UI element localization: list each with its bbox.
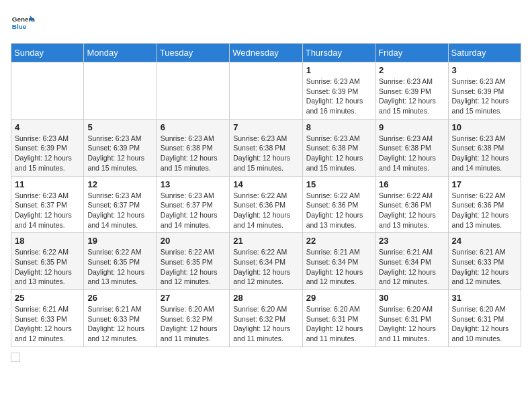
day-info: Sunrise: 6:21 AM Sunset: 6:33 PM Dayligh… (452, 247, 517, 287)
calendar-cell: 2Sunrise: 6:23 AM Sunset: 6:39 PM Daylig… (375, 62, 448, 120)
day-number: 26 (87, 293, 152, 303)
day-info: Sunrise: 6:22 AM Sunset: 6:36 PM Dayligh… (379, 191, 444, 230)
day-info: Sunrise: 6:21 AM Sunset: 6:34 PM Dayligh… (379, 247, 444, 287)
day-number: 15 (306, 179, 371, 189)
calendar-cell: 3Sunrise: 6:23 AM Sunset: 6:39 PM Daylig… (448, 62, 521, 120)
day-number: 9 (379, 122, 444, 132)
day-number: 28 (233, 293, 298, 303)
day-number: 3 (452, 65, 517, 75)
day-number: 10 (452, 122, 517, 132)
calendar-cell: 9Sunrise: 6:23 AM Sunset: 6:38 PM Daylig… (375, 119, 448, 176)
calendar-week-4: 18Sunrise: 6:22 AM Sunset: 6:35 PM Dayli… (11, 233, 521, 290)
calendar-cell: 22Sunrise: 6:21 AM Sunset: 6:34 PM Dayli… (302, 233, 375, 290)
day-number: 8 (306, 122, 371, 132)
day-info: Sunrise: 6:21 AM Sunset: 6:34 PM Dayligh… (306, 247, 371, 287)
calendar-week-5: 25Sunrise: 6:21 AM Sunset: 6:33 PM Dayli… (11, 290, 521, 347)
calendar-cell: 15Sunrise: 6:22 AM Sunset: 6:36 PM Dayli… (302, 176, 375, 233)
calendar-cell: 31Sunrise: 6:20 AM Sunset: 6:31 PM Dayli… (448, 290, 521, 347)
svg-text:Blue: Blue (12, 23, 27, 30)
weekday-header-saturday: Saturday (448, 44, 521, 62)
calendar-cell: 25Sunrise: 6:21 AM Sunset: 6:33 PM Dayli… (11, 290, 84, 347)
calendar-cell (84, 62, 157, 120)
day-number: 11 (15, 179, 80, 189)
calendar-cell (11, 62, 84, 120)
day-info: Sunrise: 6:20 AM Sunset: 6:31 PM Dayligh… (379, 304, 444, 344)
logo: General Blue (11, 11, 38, 35)
calendar-cell: 18Sunrise: 6:22 AM Sunset: 6:35 PM Dayli… (11, 233, 84, 290)
day-info: Sunrise: 6:22 AM Sunset: 6:35 PM Dayligh… (87, 247, 152, 287)
day-info: Sunrise: 6:23 AM Sunset: 6:37 PM Dayligh… (15, 191, 80, 230)
calendar-cell: 5Sunrise: 6:23 AM Sunset: 6:39 PM Daylig… (84, 119, 157, 176)
day-info: Sunrise: 6:21 AM Sunset: 6:33 PM Dayligh… (87, 304, 152, 344)
calendar-week-1: 1Sunrise: 6:23 AM Sunset: 6:39 PM Daylig… (11, 62, 521, 120)
calendar-cell: 19Sunrise: 6:22 AM Sunset: 6:35 PM Dayli… (84, 233, 157, 290)
calendar-cell: 13Sunrise: 6:23 AM Sunset: 6:37 PM Dayli… (157, 176, 229, 233)
day-number: 30 (379, 293, 444, 303)
day-info: Sunrise: 6:22 AM Sunset: 6:34 PM Dayligh… (233, 247, 298, 287)
day-info: Sunrise: 6:20 AM Sunset: 6:31 PM Dayligh… (452, 304, 517, 344)
calendar-week-3: 11Sunrise: 6:23 AM Sunset: 6:37 PM Dayli… (11, 176, 521, 233)
day-number: 17 (452, 179, 517, 189)
weekday-header-sunday: Sunday (11, 44, 84, 62)
calendar-cell: 17Sunrise: 6:22 AM Sunset: 6:36 PM Dayli… (448, 176, 521, 233)
day-number: 18 (15, 236, 80, 246)
day-number: 31 (452, 293, 517, 303)
day-number: 27 (161, 293, 226, 303)
day-number: 19 (87, 236, 152, 246)
day-number: 14 (233, 179, 298, 189)
weekday-header-friday: Friday (375, 44, 448, 62)
calendar-cell: 14Sunrise: 6:22 AM Sunset: 6:36 PM Dayli… (230, 176, 302, 233)
day-number: 2 (379, 65, 444, 75)
calendar-cell: 16Sunrise: 6:22 AM Sunset: 6:36 PM Dayli… (375, 176, 448, 233)
day-info: Sunrise: 6:23 AM Sunset: 6:39 PM Dayligh… (452, 77, 517, 116)
calendar-cell: 4Sunrise: 6:23 AM Sunset: 6:39 PM Daylig… (11, 119, 84, 176)
day-info: Sunrise: 6:22 AM Sunset: 6:36 PM Dayligh… (452, 191, 517, 230)
day-info: Sunrise: 6:21 AM Sunset: 6:33 PM Dayligh… (15, 304, 80, 344)
calendar-week-2: 4Sunrise: 6:23 AM Sunset: 6:39 PM Daylig… (11, 119, 521, 176)
day-info: Sunrise: 6:22 AM Sunset: 6:35 PM Dayligh… (161, 247, 226, 287)
page-header: General Blue (11, 11, 521, 35)
day-number: 29 (306, 293, 371, 303)
calendar-cell (157, 62, 229, 120)
day-info: Sunrise: 6:20 AM Sunset: 6:32 PM Dayligh… (233, 304, 298, 344)
day-number: 23 (379, 236, 444, 246)
day-info: Sunrise: 6:23 AM Sunset: 6:38 PM Dayligh… (233, 134, 298, 173)
weekday-header-tuesday: Tuesday (157, 44, 229, 62)
day-info: Sunrise: 6:23 AM Sunset: 6:38 PM Dayligh… (306, 134, 371, 173)
day-number: 4 (15, 122, 80, 132)
weekday-header-row: SundayMondayTuesdayWednesdayThursdayFrid… (11, 44, 521, 62)
calendar-cell: 20Sunrise: 6:22 AM Sunset: 6:35 PM Dayli… (157, 233, 229, 290)
day-number: 12 (87, 179, 152, 189)
day-number: 16 (379, 179, 444, 189)
day-info: Sunrise: 6:23 AM Sunset: 6:39 PM Dayligh… (379, 77, 444, 116)
day-info: Sunrise: 6:23 AM Sunset: 6:39 PM Dayligh… (306, 77, 371, 116)
day-number: 7 (233, 122, 298, 132)
calendar-cell: 11Sunrise: 6:23 AM Sunset: 6:37 PM Dayli… (11, 176, 84, 233)
daylight-box (11, 353, 20, 362)
day-number: 22 (306, 236, 371, 246)
calendar-cell: 28Sunrise: 6:20 AM Sunset: 6:32 PM Dayli… (230, 290, 302, 347)
calendar-cell: 21Sunrise: 6:22 AM Sunset: 6:34 PM Dayli… (230, 233, 302, 290)
weekday-header-wednesday: Wednesday (230, 44, 302, 62)
day-info: Sunrise: 6:23 AM Sunset: 6:37 PM Dayligh… (87, 191, 152, 230)
day-number: 25 (15, 293, 80, 303)
day-number: 13 (161, 179, 226, 189)
calendar-body: 1Sunrise: 6:23 AM Sunset: 6:39 PM Daylig… (11, 62, 521, 347)
day-info: Sunrise: 6:23 AM Sunset: 6:39 PM Dayligh… (15, 134, 80, 173)
calendar-cell: 1Sunrise: 6:23 AM Sunset: 6:39 PM Daylig… (302, 62, 375, 120)
day-info: Sunrise: 6:23 AM Sunset: 6:38 PM Dayligh… (161, 134, 226, 173)
calendar-cell: 8Sunrise: 6:23 AM Sunset: 6:38 PM Daylig… (302, 119, 375, 176)
calendar-cell: 7Sunrise: 6:23 AM Sunset: 6:38 PM Daylig… (230, 119, 302, 176)
day-number: 6 (161, 122, 226, 132)
calendar-cell (230, 62, 302, 120)
day-number: 21 (233, 236, 298, 246)
calendar-cell: 12Sunrise: 6:23 AM Sunset: 6:37 PM Dayli… (84, 176, 157, 233)
weekday-header-monday: Monday (84, 44, 157, 62)
calendar-cell: 29Sunrise: 6:20 AM Sunset: 6:31 PM Dayli… (302, 290, 375, 347)
calendar-cell: 24Sunrise: 6:21 AM Sunset: 6:33 PM Dayli… (448, 233, 521, 290)
day-info: Sunrise: 6:22 AM Sunset: 6:36 PM Dayligh… (306, 191, 371, 230)
calendar-table: SundayMondayTuesdayWednesdayThursdayFrid… (11, 43, 521, 347)
day-info: Sunrise: 6:22 AM Sunset: 6:36 PM Dayligh… (233, 191, 298, 230)
calendar-cell: 27Sunrise: 6:20 AM Sunset: 6:32 PM Dayli… (157, 290, 229, 347)
day-number: 20 (161, 236, 226, 246)
